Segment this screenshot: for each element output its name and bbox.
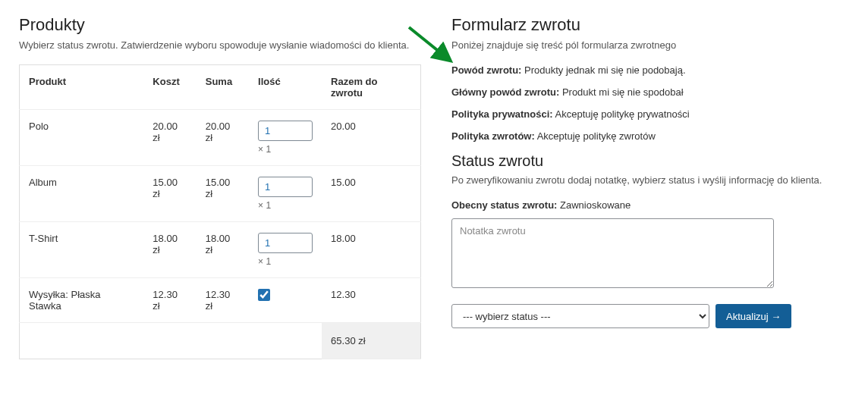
cell-qty: × 1 — [249, 110, 322, 166]
update-button[interactable]: Aktualizuj → — [715, 304, 791, 328]
cell-cost: 12.30 zł — [143, 278, 196, 323]
cell-sum: 12.30 zł — [197, 278, 249, 323]
privacy-field: Polityka prywatności: Akceptuję politykę… — [451, 108, 849, 120]
cell-product: T-Shirt — [20, 222, 144, 278]
cell-qty — [249, 278, 322, 323]
current-status: Obecny status zwrotu: Zawnioskowane — [451, 199, 849, 211]
returns-field: Polityka zwrotów: Akceptuję politykę zwr… — [451, 130, 849, 142]
col-total-return: Razem do zwrotu — [322, 65, 420, 110]
shipping-checkbox[interactable] — [258, 289, 270, 301]
qty-input[interactable] — [258, 177, 313, 197]
table-row: T-Shirt18.00 zł18.00 zł× 118.00 — [20, 222, 421, 278]
form-title: Formularz zwrotu — [451, 15, 849, 35]
qty-input[interactable] — [258, 121, 313, 141]
cell-sum: 18.00 zł — [197, 222, 249, 278]
qty-input[interactable] — [258, 233, 313, 253]
table-row: Wysyłka: Płaska Stawka12.30 zł12.30 zł12… — [20, 278, 421, 323]
col-qty: Ilość — [249, 65, 322, 110]
cell-sum: 20.00 zł — [197, 110, 249, 166]
cell-qty: × 1 — [249, 222, 322, 278]
qty-note: × 1 — [258, 144, 313, 155]
cell-product: Album — [20, 166, 144, 222]
table-row: Polo20.00 zł20.00 zł× 120.00 — [20, 110, 421, 166]
table-row: Album15.00 zł15.00 zł× 115.00 — [20, 166, 421, 222]
cell-total: 20.00 — [322, 110, 420, 166]
reason-field: Powód zwrotu: Produkty jednak mi się nie… — [451, 64, 849, 76]
return-note-textarea[interactable] — [451, 218, 774, 288]
cell-cost: 18.00 zł — [143, 222, 196, 278]
cell-qty: × 1 — [249, 166, 322, 222]
status-select[interactable]: --- wybierz status --- — [451, 304, 709, 328]
qty-note: × 1 — [258, 200, 313, 211]
cell-product: Wysyłka: Płaska Stawka — [20, 278, 144, 323]
cell-cost: 15.00 zł — [143, 166, 196, 222]
qty-note: × 1 — [258, 256, 313, 267]
cell-total: 18.00 — [322, 222, 420, 278]
status-subtitle: Po zweryfikowaniu zwrotu dodaj notatkę, … — [451, 174, 849, 186]
footer-total: 65.30 zł — [322, 323, 420, 359]
cell-total: 15.00 — [322, 166, 420, 222]
products-table: Produkt Koszt Suma Ilość Razem do zwrotu… — [19, 64, 421, 359]
col-cost: Koszt — [143, 65, 196, 110]
products-subtitle: Wybierz status zwrotu. Zatwierdzenie wyb… — [19, 39, 421, 51]
cell-cost: 20.00 zł — [143, 110, 196, 166]
col-sum: Suma — [197, 65, 249, 110]
cell-total: 12.30 — [322, 278, 420, 323]
main-reason-field: Główny powód zwrotu: Produkt mi się nie … — [451, 86, 849, 98]
col-product: Produkt — [20, 65, 144, 110]
form-subtitle: Poniżej znajduje się treść pól formularz… — [451, 39, 849, 51]
status-title: Status zwrotu — [451, 152, 849, 170]
products-title: Produkty — [19, 15, 421, 35]
cell-sum: 15.00 zł — [197, 166, 249, 222]
cell-product: Polo — [20, 110, 144, 166]
